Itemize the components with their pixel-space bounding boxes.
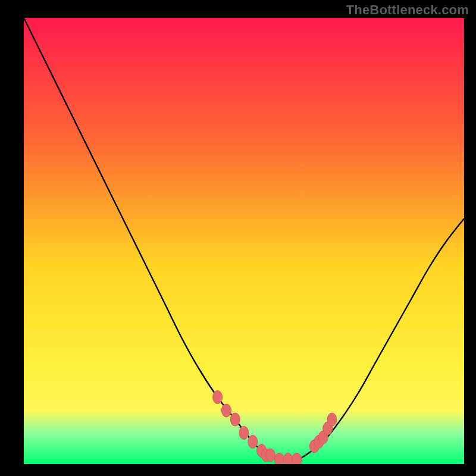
curve-marker (265, 449, 275, 462)
watermark-text: TheBottleneck.com (346, 2, 469, 18)
curve-marker (213, 391, 223, 404)
curve-marker (221, 404, 231, 417)
curve-marker (239, 427, 249, 440)
bottleneck-chart (0, 0, 476, 476)
curve-marker (327, 413, 337, 426)
curve-marker (230, 413, 240, 426)
gradient-plot-area (24, 18, 464, 464)
chart-frame: TheBottleneck.com (0, 0, 476, 476)
curve-marker (248, 436, 258, 449)
